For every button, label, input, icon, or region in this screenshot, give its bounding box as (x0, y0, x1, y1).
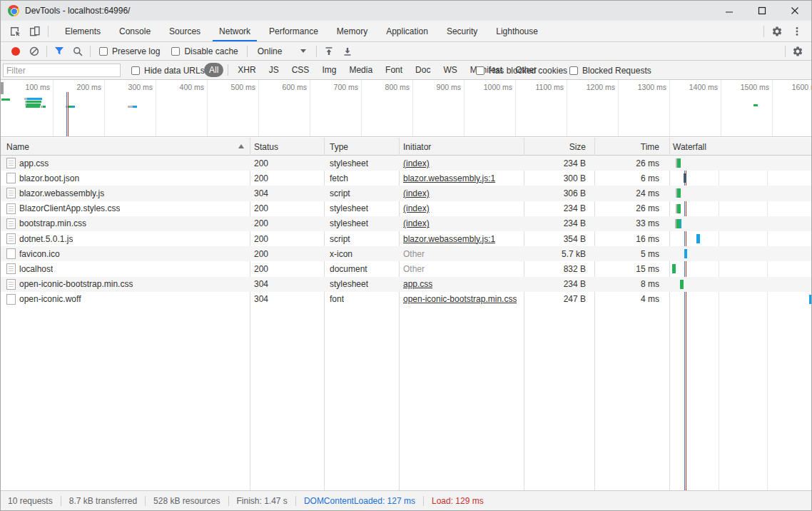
inspect-element-button[interactable] (5, 22, 25, 41)
minimize-button[interactable] (713, 1, 746, 21)
request-status: 200 (254, 171, 268, 186)
request-initiator[interactable]: blazor.webassembly.js:1 (403, 231, 495, 246)
request-time: 6 ms (594, 171, 665, 186)
settings-button[interactable] (767, 22, 787, 41)
request-row[interactable]: blazor.boot.json200fetchblazor.webassemb… (1, 171, 811, 186)
request-initiator[interactable]: (index) (403, 186, 430, 201)
column-header-waterfall[interactable]: Waterfall (673, 138, 706, 156)
filter-toggle-button[interactable] (50, 44, 68, 59)
column-header-initiator[interactable]: Initiator (403, 138, 431, 156)
tab-memory[interactable]: Memory (328, 21, 377, 41)
network-settings-button[interactable] (788, 44, 807, 59)
tab-lighthouse[interactable]: Lighthouse (487, 21, 547, 41)
column-header-status[interactable]: Status (254, 138, 278, 156)
column-header-time[interactable]: Time (594, 138, 665, 156)
request-row[interactable]: dotnet.5.0.1.js200scriptblazor.webassemb… (1, 231, 811, 246)
timeline-gridline (669, 80, 670, 136)
request-row[interactable]: open-iconic-bootstrap.min.css304styleshe… (1, 277, 811, 292)
tab-console[interactable]: Console (110, 21, 160, 41)
tab-performance[interactable]: Performance (260, 21, 328, 41)
blocked-requests-checkbox[interactable]: Blocked Requests (569, 66, 651, 76)
request-row[interactable]: open-iconic.woff304fontopen-iconic-boots… (1, 292, 811, 307)
timeline-tick-label: 1500 ms (736, 83, 769, 91)
request-row[interactable]: blazor.webassembly.js304script(index)306… (1, 186, 811, 201)
request-row[interactable]: bootstrap.min.css200stylesheet(index)234… (1, 216, 811, 231)
checkbox-icon[interactable] (569, 66, 578, 75)
request-initiator[interactable]: blazor.webassembly.js:1 (403, 171, 495, 186)
type-filter-all[interactable]: All (204, 63, 223, 77)
type-filter-js[interactable]: JS (264, 63, 284, 77)
request-initiator: Other (403, 261, 425, 276)
type-filter-media[interactable]: Media (344, 63, 377, 77)
tab-sources[interactable]: Sources (160, 21, 210, 41)
overview-selection-handle[interactable] (1, 82, 4, 94)
device-toolbar-button[interactable] (25, 22, 45, 41)
request-initiator[interactable]: app.css (403, 277, 432, 292)
network-overview-timeline[interactable]: 100 ms200 ms300 ms400 ms500 ms600 ms700 … (1, 80, 811, 137)
request-row[interactable]: localhost200documentOther832 B15 ms (1, 261, 811, 276)
filter-input[interactable] (3, 64, 121, 77)
type-filter-img[interactable]: Img (317, 63, 341, 77)
type-filter-font[interactable]: Font (380, 63, 407, 77)
divider (228, 64, 228, 76)
status-item: Finish: 1.47 s (237, 496, 288, 506)
request-initiator[interactable]: open-iconic-bootstrap.min.css (403, 292, 517, 307)
throttling-select[interactable]: Online (258, 46, 307, 56)
request-time: 4 ms (594, 292, 665, 307)
timeline-gridline (258, 80, 259, 136)
waterfall-bar (677, 158, 681, 168)
tab-application[interactable]: Application (377, 21, 437, 41)
request-size: 247 B (524, 292, 590, 307)
checkbox-icon[interactable] (476, 66, 484, 75)
record-network-log-button[interactable] (6, 44, 25, 59)
request-row[interactable]: BlazorClientApp.styles.css200stylesheet(… (1, 201, 811, 216)
checkbox-icon[interactable] (171, 47, 180, 56)
checkbox-icon[interactable] (131, 66, 140, 75)
request-size: 5.7 kB (524, 246, 590, 261)
disable-cache-checkbox[interactable]: Disable cache (171, 46, 238, 56)
blocked-requests-label: Blocked Requests (582, 66, 651, 76)
checkbox-icon[interactable] (99, 47, 108, 56)
request-time: 15 ms (594, 261, 665, 276)
export-har-button[interactable] (338, 44, 357, 59)
column-header-size[interactable]: Size (524, 138, 590, 156)
request-row[interactable]: app.css200stylesheet(index)234 B26 ms (1, 156, 811, 171)
type-filter-doc[interactable]: Doc (410, 63, 435, 77)
type-filter-xhr[interactable]: XHR (233, 63, 260, 77)
tab-security[interactable]: Security (437, 21, 487, 41)
request-status: 200 (254, 231, 268, 246)
request-initiator[interactable]: (index) (403, 201, 430, 216)
timeline-gridline (464, 80, 465, 136)
maximize-button[interactable] (746, 1, 778, 21)
timeline-tick-label: 200 ms (68, 83, 101, 91)
hide-data-urls-checkbox[interactable]: Hide data URLs (131, 66, 205, 76)
title-bar: DevTools - localhost:64996/ (1, 1, 811, 21)
divider (228, 496, 229, 506)
more-options-button[interactable] (787, 22, 807, 41)
overview-request-bar (26, 101, 41, 103)
tab-elements[interactable]: Elements (56, 21, 110, 41)
type-filter-css[interactable]: CSS (287, 63, 315, 77)
request-row[interactable]: favicon.ico200x-iconOther5.7 kB5 ms (1, 246, 811, 261)
request-initiator[interactable]: (index) (403, 156, 430, 171)
column-header-name[interactable]: Name (6, 138, 29, 156)
import-har-button[interactable] (320, 44, 338, 59)
preserve-log-checkbox[interactable]: Preserve log (99, 46, 160, 56)
type-filter-ws[interactable]: WS (438, 63, 462, 77)
status-item: DOMContentLoaded: 127 ms (304, 496, 415, 506)
preserve-log-label: Preserve log (112, 46, 160, 56)
request-time: 8 ms (594, 277, 665, 292)
clear-network-log-button[interactable] (25, 44, 44, 59)
search-button[interactable] (68, 44, 87, 59)
status-bar: 10 requests8.7 kB transferred528 kB reso… (1, 490, 811, 510)
tab-network[interactable]: Network (210, 21, 260, 41)
table-header-row: Name Status Type Initiator Size Time Wat… (1, 138, 811, 156)
request-size: 234 B (524, 216, 590, 231)
column-header-type[interactable]: Type (330, 138, 348, 156)
timeline-tick-label: 1200 ms (582, 83, 615, 91)
close-button[interactable] (778, 1, 811, 21)
request-initiator[interactable]: (index) (403, 216, 430, 231)
timeline-tick-label: 400 ms (171, 83, 204, 91)
has-blocked-cookies-checkbox[interactable]: Has blocked cookies (476, 66, 567, 76)
timeline-tick-label: 100 ms (16, 83, 50, 91)
